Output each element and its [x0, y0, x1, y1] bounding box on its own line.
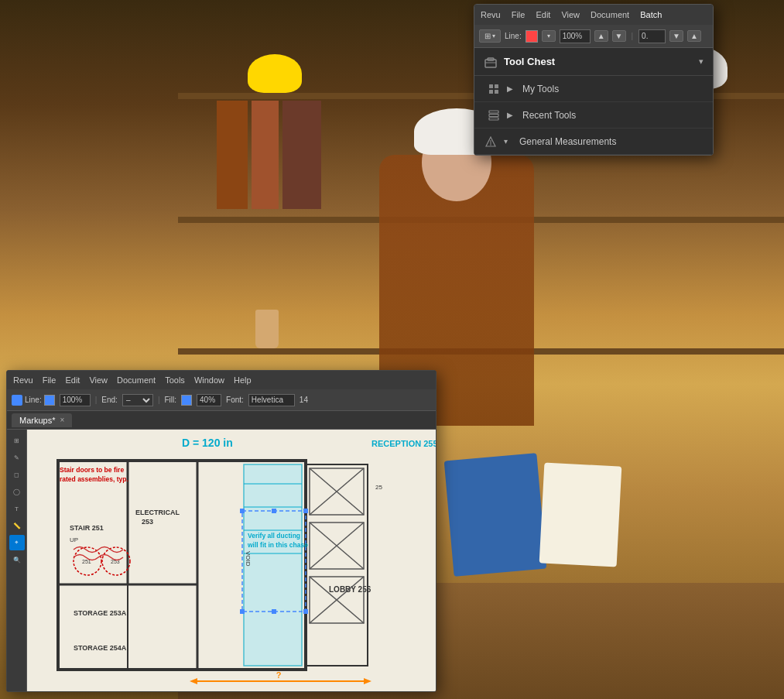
blueprint-svg: D = 120 in RECEPTION 255	[27, 430, 436, 691]
menu-revu-bg[interactable]: Revu	[13, 375, 33, 385]
toolbar-grid-btn[interactable]: ⊞ ▾	[479, 29, 501, 43]
svg-text:rated assemblies, typ.: rated assemblies, typ.	[60, 475, 128, 483]
my-tools-item[interactable]: ▶ My Tools	[474, 76, 713, 102]
menubar-main: Revu File Edit View Document Batch	[474, 5, 713, 25]
font-input-bg[interactable]	[248, 394, 295, 406]
recent-tools-item[interactable]: ▶ Recent Tools	[474, 102, 713, 128]
sidebar-tool-1[interactable]: ⊞	[9, 433, 25, 448]
svg-rect-58	[489, 111, 498, 113]
svg-text:253: 253	[142, 518, 153, 526]
blueprint-drawing-area: D = 120 in RECEPTION 255	[27, 430, 436, 691]
zoom-input-main[interactable]	[560, 29, 591, 43]
fill-percent-bg[interactable]	[197, 394, 221, 406]
svg-rect-30	[303, 609, 308, 614]
svg-text:STORAGE 253A: STORAGE 253A	[74, 609, 127, 617]
tab-markups-label: Markups*	[19, 416, 55, 425]
line-color-btn[interactable]: ▾	[542, 30, 556, 42]
zoom-input-bg[interactable]	[60, 394, 91, 406]
general-measurements-item[interactable]: ▾ General Measurements	[474, 128, 713, 155]
menu-view-main[interactable]: View	[561, 10, 580, 19]
svg-text:will fit in this chase: will fit in this chase	[247, 541, 308, 549]
zoom-down-btn[interactable]: ▼	[612, 30, 626, 42]
svg-text:Verify all ducting: Verify all ducting	[248, 532, 300, 540]
menu-document-bg[interactable]: Document	[117, 375, 156, 385]
toolbar-background[interactable]: Line: | End: – | Fill: Font: 14	[7, 389, 436, 411]
svg-rect-60	[489, 118, 498, 120]
svg-rect-32	[272, 609, 276, 614]
tab-markups[interactable]: Markups* ×	[12, 413, 72, 427]
svg-rect-29	[240, 609, 245, 614]
menu-tools-bg[interactable]: Tools	[165, 375, 185, 385]
zoom-up-btn[interactable]: ▲	[594, 30, 608, 42]
menu-file-bg[interactable]: File	[43, 375, 56, 385]
svg-text:Stair doors to be fire: Stair doors to be fire	[60, 466, 124, 474]
menu-document-main[interactable]: Document	[591, 10, 629, 19]
svg-text:D = 120 in: D = 120 in	[182, 437, 233, 449]
toolbar-separator: |	[632, 32, 634, 40]
toolbar-line-label: Line:	[505, 32, 522, 40]
left-sidebar-tools: ⊞ ✎ ◻ ◯ T 📏 ⌖ 🔍	[7, 430, 27, 691]
tab-close-button[interactable]: ×	[60, 416, 64, 424]
svg-text:UP: UP	[70, 536, 78, 543]
width-down-btn[interactable]: ▼	[669, 30, 683, 42]
svg-text:STAIR 251: STAIR 251	[70, 524, 104, 532]
toolbox-icon	[484, 56, 497, 68]
svg-text:?: ?	[276, 670, 282, 680]
svg-text:RECEPTION 255: RECEPTION 255	[371, 439, 436, 448]
width-up-btn[interactable]: ▲	[687, 30, 701, 42]
my-tools-icon	[487, 82, 501, 96]
revu-window-main: Revu File Edit View Document Batch ⊞ ▾ L…	[474, 4, 714, 156]
grid-tools-icon	[488, 84, 499, 94]
toolbar-fill-label: Fill:	[164, 396, 176, 404]
my-tools-label: My Tools	[522, 84, 559, 94]
svg-text:VOID: VOID	[245, 551, 252, 567]
menu-file-main[interactable]: File	[512, 10, 526, 19]
svg-rect-57	[495, 90, 498, 94]
svg-rect-56	[489, 90, 493, 94]
grid-icon: ⊞	[484, 32, 491, 40]
menu-revu-main[interactable]: Revu	[481, 10, 501, 19]
tab-bar-background: Markups* ×	[7, 411, 436, 430]
tool-chest-title: Tool Chest	[504, 56, 693, 67]
sidebar-tool-active[interactable]: ⌖	[9, 535, 25, 550]
tool-chest-panel: Tool Chest ▾ ▶ My Tools	[474, 48, 713, 155]
tool-chest-header[interactable]: Tool Chest ▾	[474, 48, 713, 76]
svg-text:LOBBY 256: LOBBY 256	[329, 585, 371, 594]
width-input-main[interactable]	[638, 29, 666, 43]
menu-help-bg[interactable]: Help	[234, 375, 252, 385]
sidebar-tool-5[interactable]: T	[9, 501, 25, 516]
measurements-arrow: ▾	[504, 137, 513, 146]
end-select-bg[interactable]: –	[122, 394, 153, 406]
sidebar-tool-8[interactable]: 🔍	[9, 552, 25, 567]
menu-batch-main[interactable]: Batch	[640, 10, 662, 19]
svg-rect-31	[272, 509, 276, 513]
menu-view-bg[interactable]: View	[89, 375, 108, 385]
menubar-background[interactable]: Revu File Edit View Document Tools Windo…	[7, 371, 436, 389]
menu-window-bg[interactable]: Window	[194, 375, 224, 385]
recent-tools-label: Recent Tools	[522, 110, 576, 121]
toolbar-pen-bg: Line:	[12, 395, 55, 406]
toolbar-end-label: End:	[101, 396, 118, 404]
sidebar-tool-3[interactable]: ◻	[9, 467, 25, 482]
svg-rect-55	[495, 84, 498, 88]
sidebar-tool-2[interactable]: ✎	[9, 450, 25, 465]
recent-tools-arrow: ▶	[507, 111, 516, 119]
svg-text:STORAGE 254A: STORAGE 254A	[74, 644, 127, 652]
line-label-bg: Line:	[25, 396, 42, 404]
my-tools-arrow: ▶	[507, 84, 516, 93]
sidebar-tool-4[interactable]: ◯	[9, 484, 25, 499]
sidebar-tool-6[interactable]: 📏	[9, 518, 25, 533]
menu-edit-bg[interactable]: Edit	[65, 375, 80, 385]
line-color-swatch	[526, 30, 538, 43]
svg-rect-8	[244, 464, 302, 666]
svg-rect-59	[489, 114, 498, 116]
svg-rect-54	[489, 84, 493, 88]
toolbar-main: ⊞ ▾ Line: ▾ ▲ ▼ | ▼ ▲	[474, 25, 713, 48]
pen-icon	[12, 395, 22, 406]
fill-checkbox-bg	[181, 395, 192, 406]
tool-chest-header-icon	[484, 55, 498, 69]
svg-text:25: 25	[375, 484, 382, 491]
svg-text:ELECTRICAL: ELECTRICAL	[135, 509, 180, 516]
svg-point-63	[490, 144, 491, 146]
menu-edit-main[interactable]: Edit	[536, 10, 550, 19]
